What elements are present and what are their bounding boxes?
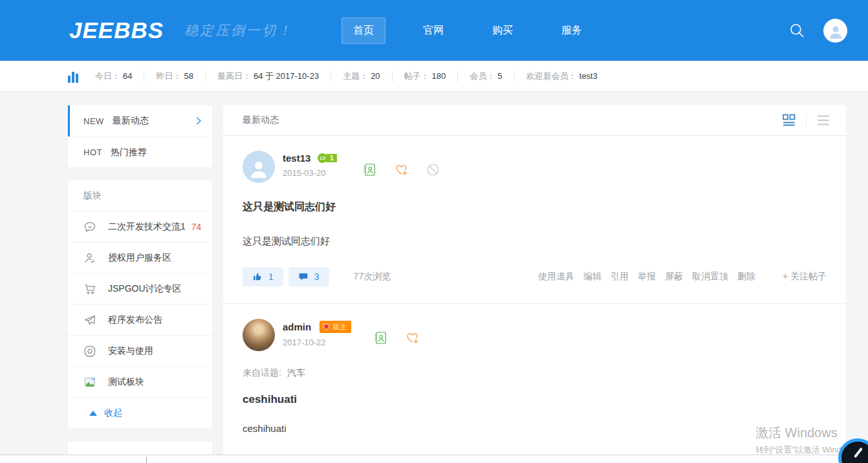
collapse-boards-button[interactable]: 收起 [68, 398, 212, 429]
stat-posts: 帖子：180 [392, 70, 446, 82]
stat-today: 今日：64 [95, 70, 132, 82]
chevron-right-icon [194, 116, 203, 125]
boards-section-title: 版块 [68, 180, 212, 211]
board-unread-count: 74 [191, 222, 202, 232]
list-view-icon[interactable] [816, 113, 831, 128]
action-quote[interactable]: 引用 [611, 271, 629, 283]
comment-icon [298, 272, 309, 282]
view-count: 77次浏览 [354, 271, 391, 283]
post-author-avatar[interactable] [243, 319, 275, 351]
sidebar-boards-card: 版块 二次开发技术交流1 74 授权用户服务区 JSPGOU讨论专区 程序发布公… [68, 180, 212, 429]
action-edit[interactable]: 编辑 [583, 271, 602, 283]
board-item-test-board[interactable]: 测试板块 [68, 367, 212, 398]
board-label: 安装与使用 [108, 345, 153, 357]
board-label: 测试板块 [108, 376, 144, 388]
post-actions: 使用道具 编辑 引用 举报 屏蔽 取消置顶 删除 [538, 271, 755, 283]
nav-item-buy[interactable]: 购买 [481, 18, 524, 43]
board-item-install-usage[interactable]: 安装与使用 [68, 336, 212, 367]
toggle-divider [806, 113, 807, 128]
sidebar-item-latest[interactable]: NEW 最新动态 [68, 105, 212, 136]
post-title[interactable]: 这只是测试同志们好 [243, 200, 827, 214]
sidebar-quick-card: NEW 最新动态 HOT 热门推荐 [68, 105, 212, 167]
tag-hot: HOT [83, 147, 102, 157]
card-view-icon[interactable] [781, 113, 797, 128]
stat-newest-member: 欢迎新会员：test3 [514, 70, 598, 82]
follow-post-link[interactable]: + 关注帖子 [783, 271, 827, 283]
nav-item-home[interactable]: 首页 [342, 17, 385, 44]
comment-button[interactable]: 3 [288, 267, 329, 286]
follow-heart-icon[interactable] [405, 330, 420, 345]
forum-stats-bar: 今日：64 昨日：58 最高日：64 于 2017-10-23 主题：20 帖子… [0, 61, 868, 92]
tag-new: NEW [83, 116, 104, 126]
sidebar-item-hot[interactable]: HOT 热门推荐 [68, 136, 212, 167]
board-label: 授权用户服务区 [108, 252, 171, 264]
shield-icon [323, 323, 330, 330]
image-icon [83, 376, 96, 389]
site-tagline: 稳定压倒一切！ [184, 21, 293, 39]
contact-card-icon[interactable] [362, 162, 377, 177]
action-unpin[interactable]: 取消置顶 [692, 271, 728, 283]
bottom-bar [0, 455, 868, 463]
sidebar-item-label: 最新动态 [113, 115, 149, 127]
block-icon[interactable] [426, 162, 440, 177]
action-delete[interactable]: 删除 [737, 271, 755, 283]
action-use-props[interactable]: 使用道具 [538, 271, 574, 283]
collapse-label: 收起 [104, 407, 122, 419]
post-author-avatar[interactable] [243, 151, 275, 183]
contact-card-icon[interactable] [373, 330, 388, 345]
follow-heart-icon[interactable] [394, 162, 409, 177]
stat-members: 会员：5 [457, 70, 502, 82]
top-header: JEEBBS 稳定压倒一切！ 首页 官网 购买 服务 [0, 0, 868, 61]
board-item-dev-exchange[interactable]: 二次开发技术交流1 74 [68, 211, 212, 242]
thumbs-up-icon [252, 272, 263, 282]
post-item: admin 版主 2017-10-22 来自话题:汽车 ceshihuati [223, 303, 846, 434]
post-title[interactable]: ceshihuati [243, 393, 827, 406]
gear-icon [83, 345, 96, 358]
cart-icon [83, 283, 96, 296]
main-nav: 首页 官网 购买 服务 [342, 17, 593, 44]
post-item: test13 LV1 2015-03-20 这只是测试同志们好 这只是测试同志们… [223, 136, 846, 286]
nav-item-official-site[interactable]: 官网 [412, 18, 455, 43]
comment-count: 3 [314, 272, 320, 282]
moderator-badge: 版主 [320, 321, 351, 333]
stat-record-day: 最高日：64 于 2017-10-23 [205, 70, 319, 82]
post-author-name[interactable]: test13 [283, 153, 310, 164]
level-badge: LV1 [318, 153, 337, 163]
bottom-bar-tick [146, 457, 147, 463]
newest-member-name[interactable]: test3 [580, 71, 598, 81]
post-body: ceshihuati [243, 423, 827, 434]
topic-link[interactable]: 汽车 [287, 367, 305, 378]
board-label: 程序发布公告 [108, 314, 162, 326]
board-item-announcements[interactable]: 程序发布公告 [68, 305, 212, 336]
like-count: 1 [268, 272, 274, 282]
post-date: 2015-03-20 [283, 168, 337, 178]
site-logo[interactable]: JEEBBS [69, 17, 164, 43]
post-topic-row: 来自话题:汽车 [243, 367, 827, 379]
nav-item-services[interactable]: 服务 [550, 18, 593, 43]
board-label: JSPGOU讨论专区 [108, 283, 182, 295]
board-item-jspgou[interactable]: JSPGOU讨论专区 [68, 274, 212, 305]
action-report[interactable]: 举报 [638, 271, 656, 283]
main-panel-header: 最新动态 [223, 105, 846, 136]
user-check-icon [83, 252, 96, 264]
search-icon[interactable] [788, 22, 805, 39]
panel-title: 最新动态 [243, 114, 279, 126]
post-date: 2017-10-22 [283, 338, 351, 347]
post-body: 这只是测试同志们好 [243, 235, 827, 248]
topic-label: 来自话题: [243, 367, 281, 378]
like-button[interactable]: 1 [243, 267, 283, 286]
person-icon [827, 23, 844, 40]
main-panel: 最新动态 test13 LV1 [223, 105, 846, 455]
action-hide[interactable]: 屏蔽 [665, 271, 683, 283]
user-avatar[interactable] [823, 19, 847, 43]
collapse-arrow-icon [89, 411, 97, 416]
board-item-licensed-users[interactable]: 授权用户服务区 [68, 242, 212, 274]
post-author-name[interactable]: admin [283, 321, 311, 332]
stat-topics: 主题：20 [331, 70, 380, 82]
sidebar-item-label: 热门推荐 [111, 147, 147, 158]
stats-chart-icon [68, 70, 81, 83]
stat-yesterday: 昨日：58 [144, 70, 193, 82]
chat-bubble-icon [83, 221, 96, 233]
person-icon [248, 158, 270, 180]
board-label: 二次开发技术交流1 [108, 221, 186, 233]
